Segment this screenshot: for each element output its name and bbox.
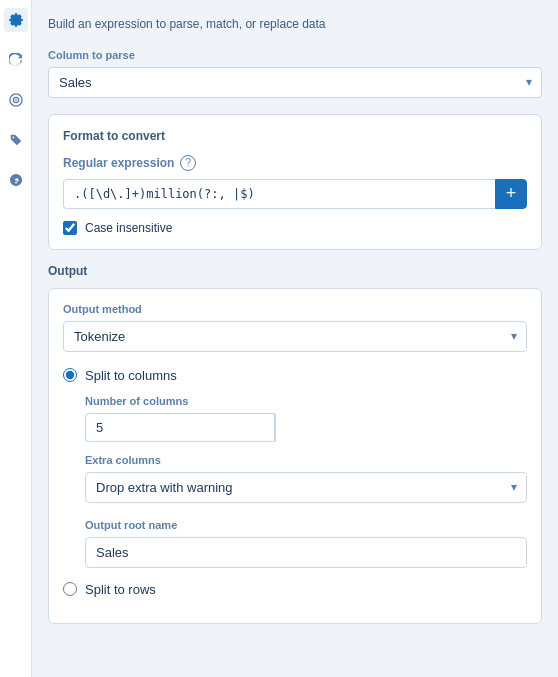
case-insensitive-checkbox[interactable] xyxy=(63,221,77,235)
regex-label: Regular expression xyxy=(63,156,174,170)
output-method-select[interactable]: Tokenize xyxy=(63,321,527,352)
column-to-parse-label: Column to parse xyxy=(48,49,542,61)
case-insensitive-row: Case insensitive xyxy=(63,221,527,235)
extra-columns-label: Extra columns xyxy=(85,454,527,466)
sidebar xyxy=(0,0,32,677)
output-card: Output method Tokenize ▾ Split to column… xyxy=(48,288,542,624)
tag-icon[interactable] xyxy=(4,128,28,152)
output-method-wrapper: Tokenize ▾ xyxy=(63,321,527,352)
extra-columns-select[interactable]: Drop extra with warning xyxy=(85,472,527,503)
regex-header: Regular expression ? xyxy=(63,155,527,171)
svg-point-2 xyxy=(15,99,17,101)
split-to-rows-radio[interactable] xyxy=(63,582,77,596)
gear-icon[interactable] xyxy=(4,8,28,32)
split-to-columns-radio[interactable] xyxy=(63,368,77,382)
column-to-parse-section: Column to parse Sales ▾ xyxy=(48,49,542,98)
format-section-title: Format to convert xyxy=(63,129,527,143)
extra-columns-wrapper: Drop extra with warning ▾ xyxy=(85,472,527,503)
main-content: Build an expression to parse, match, or … xyxy=(32,0,558,677)
target-icon[interactable] xyxy=(4,88,28,112)
regex-help-icon[interactable]: ? xyxy=(180,155,196,171)
output-root-name-input[interactable] xyxy=(85,537,527,568)
column-to-parse-wrapper: Sales ▾ xyxy=(48,67,542,98)
output-root-name-label: Output root name xyxy=(85,519,527,531)
num-columns-label: Number of columns xyxy=(85,395,527,407)
split-to-rows-row: Split to rows xyxy=(63,582,527,597)
regex-input[interactable] xyxy=(63,179,495,209)
num-columns-input[interactable] xyxy=(85,413,274,442)
output-method-label: Output method xyxy=(63,303,527,315)
regex-add-button[interactable]: + xyxy=(495,179,527,209)
help-icon[interactable] xyxy=(4,168,28,192)
split-to-columns-label[interactable]: Split to columns xyxy=(85,368,177,383)
refresh-icon[interactable] xyxy=(4,48,28,72)
format-section: Format to convert Regular expression ? +… xyxy=(48,114,542,250)
column-to-parse-select[interactable]: Sales xyxy=(48,67,542,98)
output-title: Output xyxy=(48,264,542,278)
case-insensitive-label[interactable]: Case insensitive xyxy=(85,221,172,235)
num-columns-spinner: ▲ ▼ xyxy=(274,413,276,442)
split-columns-sub: Number of columns ▲ ▼ Extra columns Drop… xyxy=(85,395,527,568)
page-description: Build an expression to parse, match, or … xyxy=(48,16,542,33)
regex-input-wrapper: + xyxy=(63,179,527,209)
output-section: Output Output method Tokenize ▾ Split to… xyxy=(48,264,542,624)
split-to-rows-label[interactable]: Split to rows xyxy=(85,582,156,597)
split-to-columns-row: Split to columns xyxy=(63,368,527,383)
num-columns-wrapper: ▲ ▼ xyxy=(85,413,205,442)
